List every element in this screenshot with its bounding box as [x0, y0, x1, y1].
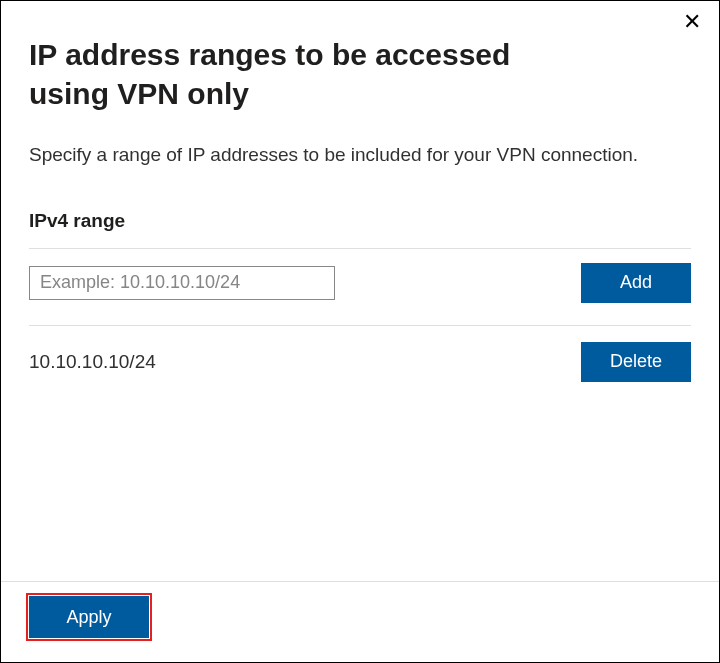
apply-button[interactable]: Apply: [29, 596, 149, 638]
dialog-footer: Apply: [1, 581, 719, 662]
dialog-description: Specify a range of IP addresses to be in…: [29, 141, 649, 170]
ipv4-add-row: Add: [29, 248, 691, 325]
ipv4-entry-row: 10.10.10.10/24 Delete: [29, 325, 691, 398]
dialog-title: IP address ranges to be accessed using V…: [29, 35, 589, 113]
delete-button[interactable]: Delete: [581, 342, 691, 382]
vpn-ip-ranges-dialog: ✕ IP address ranges to be accessed using…: [1, 1, 719, 662]
ipv4-section-label: IPv4 range: [29, 210, 691, 232]
close-icon[interactable]: ✕: [683, 11, 701, 33]
add-button[interactable]: Add: [581, 263, 691, 303]
ipv4-entry-value: 10.10.10.10/24: [29, 351, 156, 373]
ipv4-range-input[interactable]: [29, 266, 335, 300]
